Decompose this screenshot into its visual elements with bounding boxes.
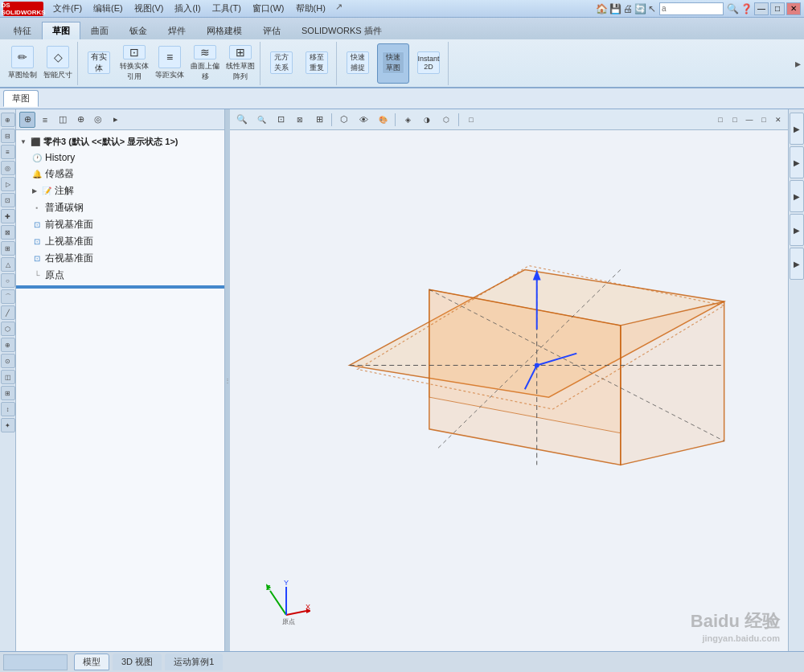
tree-item-material[interactable]: ▪ 普通碳钢 xyxy=(27,199,224,216)
2d-view-btn[interactable]: □ xyxy=(462,112,480,128)
hide-show-btn[interactable]: 👁 xyxy=(355,112,372,128)
move-repeat-btn[interactable]: 移至重复 xyxy=(301,43,333,84)
tab-weldments[interactable]: 焊件 xyxy=(158,22,196,39)
left-icon-4[interactable]: ◎ xyxy=(1,161,15,175)
left-icon-2[interactable]: ⊟ xyxy=(1,129,15,143)
tree-item-history[interactable]: 🕐 History xyxy=(27,150,224,166)
tree-item-top-plane[interactable]: ⊡ 上视基准面 xyxy=(27,233,224,250)
search-input[interactable] xyxy=(659,2,724,15)
left-icon-5[interactable]: ▷ xyxy=(1,177,15,191)
status-tab-3d[interactable]: 3D 视图 xyxy=(113,654,162,670)
tree-btn-filter[interactable]: ⊕ xyxy=(19,112,35,128)
section-view-btn[interactable]: ⊠ xyxy=(291,112,309,128)
save-btn[interactable]: 💾 xyxy=(609,3,621,14)
vp-right-3[interactable]: — xyxy=(743,112,756,128)
tab-sketch-active[interactable]: 草图 xyxy=(3,90,39,107)
vp-right-2[interactable]: □ xyxy=(728,112,741,128)
tree-btn-more[interactable]: ▸ xyxy=(108,112,124,128)
smart-dim-btn[interactable]: ◇ 智能尺寸 xyxy=(42,43,74,84)
instant2d-btn[interactable]: Instant2D xyxy=(412,43,445,84)
viewport[interactable]: 🔍 🔍 ⊡ ⊠ ⊞ ⬡ 👁 🎨 ◈ ◑ ⬡ □ □ □ — □ ✕ xyxy=(230,109,788,651)
tree-item-annotation[interactable]: ▶ 📝 注解 xyxy=(27,182,224,199)
tree-btn-props[interactable]: ◫ xyxy=(55,112,71,128)
tree-root-item[interactable]: ▼ ⬛ 零件3 (默认 <<默认> 显示状态 1>) xyxy=(16,133,224,150)
search-icon[interactable]: 🔍 xyxy=(727,3,739,14)
close-btn[interactable]: ✕ xyxy=(786,2,801,15)
question-icon[interactable]: ❓ xyxy=(740,3,753,14)
right-btn-1[interactable]: ▶ xyxy=(790,113,804,145)
perspective-btn[interactable]: ⬡ xyxy=(437,112,455,128)
quick-snap-btn[interactable]: 快速捕捉 xyxy=(342,43,374,84)
left-icon-7[interactable]: ✚ xyxy=(1,209,15,223)
status-tab-model[interactable]: 模型 xyxy=(74,654,109,670)
left-icon-14[interactable]: ⬡ xyxy=(1,322,15,336)
print-btn[interactable]: 🖨 xyxy=(623,3,633,14)
vp-right-4[interactable]: □ xyxy=(757,112,770,128)
offset-entity-btn[interactable]: ≡ 等距实体 xyxy=(154,43,186,84)
left-icon-19[interactable]: ↕ xyxy=(1,402,15,416)
right-btn-3[interactable]: ▶ xyxy=(790,180,804,212)
rebuild-btn[interactable]: 🔄 xyxy=(634,3,646,14)
right-btn-2[interactable]: ▶ xyxy=(790,146,804,178)
quick-sketch-btn[interactable]: 快速草图 xyxy=(377,43,409,84)
menu-edit[interactable]: 编辑(E) xyxy=(88,2,128,15)
vp-right-5[interactable]: ✕ xyxy=(772,112,785,128)
minimize-btn[interactable]: — xyxy=(754,2,769,15)
add-relation-btn[interactable]: 元方关系 xyxy=(265,43,297,84)
left-icon-13[interactable]: ╱ xyxy=(1,305,15,320)
left-icon-20[interactable]: ✦ xyxy=(1,418,15,432)
tab-mesh[interactable]: 网格建模 xyxy=(196,22,252,39)
left-icon-3[interactable]: ≡ xyxy=(1,145,15,159)
left-icon-10[interactable]: △ xyxy=(1,257,15,272)
status-tab-motion[interactable]: 运动算例1 xyxy=(165,654,223,670)
view-orient-btn[interactable]: ⊡ xyxy=(272,112,289,128)
sketch-draw-btn[interactable]: ✏ 草图绘制 xyxy=(6,43,39,84)
shadows-btn[interactable]: ◑ xyxy=(418,112,436,128)
display-style-btn[interactable]: ⬡ xyxy=(335,112,353,128)
tree-item-sensor[interactable]: 🔔 传感器 xyxy=(27,166,224,182)
left-icon-11[interactable]: ○ xyxy=(1,273,15,288)
tab-feature[interactable]: 特征 xyxy=(3,22,42,39)
zoom-btn[interactable]: 🔍 xyxy=(233,112,251,128)
view-settings-btn[interactable]: ⊞ xyxy=(310,112,328,128)
left-icon-12[interactable]: ⌒ xyxy=(1,289,15,304)
zoom-fit-btn[interactable]: 🔍 xyxy=(252,112,270,128)
menu-help[interactable]: 帮助(H) xyxy=(291,2,330,15)
realview-btn[interactable]: ◈ xyxy=(399,112,416,128)
tree-item-origin[interactable]: └ 原点 xyxy=(27,267,224,284)
left-icon-15[interactable]: ⊕ xyxy=(1,338,15,352)
left-icon-8[interactable]: ⊠ xyxy=(1,225,15,240)
tree-item-front-plane[interactable]: ⊡ 前视基准面 xyxy=(27,216,224,233)
maximize-btn[interactable]: □ xyxy=(770,2,785,15)
linear-pattern-btn[interactable]: ⊞ 线性草图阵列 xyxy=(224,43,256,84)
tree-btn-list[interactable]: ≡ xyxy=(37,112,53,128)
left-icon-17[interactable]: ◫ xyxy=(1,370,15,384)
tree-btn-add[interactable]: ⊕ xyxy=(72,112,88,128)
left-icon-1[interactable]: ⊕ xyxy=(1,113,15,127)
menu-view[interactable]: 视图(V) xyxy=(129,2,169,15)
surface-offset-btn[interactable]: ≋ 曲面上偏移 xyxy=(189,43,221,84)
right-btn-5[interactable]: ▶ xyxy=(790,248,804,280)
home-btn[interactable]: 🏠 xyxy=(596,3,608,14)
left-icon-16[interactable]: ⊙ xyxy=(1,354,15,368)
tree-btn-display[interactable]: ◎ xyxy=(90,112,106,128)
tab-evaluate[interactable]: 评估 xyxy=(252,22,291,39)
tab-sketch[interactable]: 草图 xyxy=(42,22,80,39)
tab-addins[interactable]: SOLIDWORKS 插件 xyxy=(291,22,392,39)
menu-insert[interactable]: 插入(I) xyxy=(170,2,205,15)
solid-entity-btn[interactable]: 有实体 xyxy=(83,43,115,84)
right-btn-4[interactable]: ▶ xyxy=(790,214,804,246)
vp-right-1[interactable]: □ xyxy=(714,112,727,128)
menu-file[interactable]: 文件(F) xyxy=(48,2,87,15)
tree-item-right-plane[interactable]: ⊡ 右视基准面 xyxy=(27,250,224,267)
left-icon-6[interactable]: ⊡ xyxy=(1,193,15,207)
convert-entity-btn[interactable]: ⊡ 转换实体引用 xyxy=(118,43,150,84)
menu-tools[interactable]: 工具(T) xyxy=(207,2,246,15)
tab-sheet-metal[interactable]: 钣金 xyxy=(119,22,158,39)
edit-appearance-btn[interactable]: 🎨 xyxy=(374,112,392,128)
expand-ribbon-btn[interactable]: ▸ xyxy=(795,57,801,70)
left-icon-18[interactable]: ⊞ xyxy=(1,386,15,400)
tab-surface[interactable]: 曲面 xyxy=(80,22,119,39)
left-icon-9[interactable]: ⊞ xyxy=(1,241,15,256)
menu-window[interactable]: 窗口(W) xyxy=(248,2,289,15)
